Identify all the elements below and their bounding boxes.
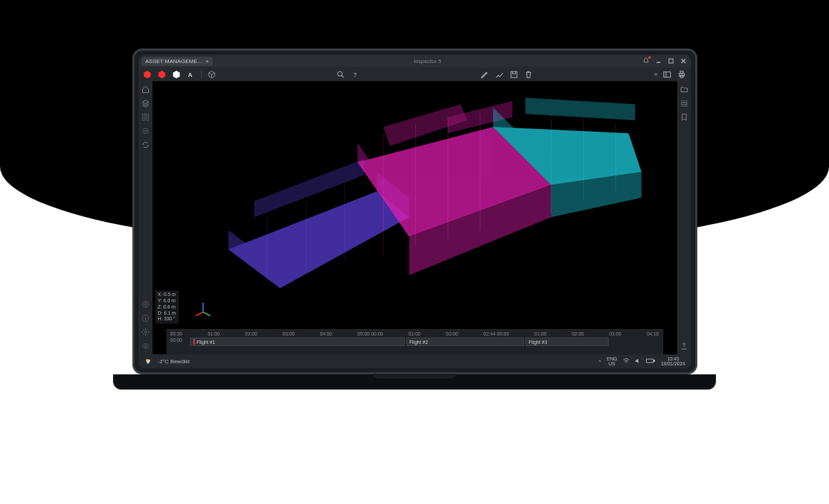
- time-tick: 00:30: [171, 331, 183, 336]
- folder-icon[interactable]: [680, 85, 688, 94]
- home-icon[interactable]: [141, 85, 150, 94]
- timeline-panel: 00:3001:0002:0003:0004:0005:00 00:0001:0…: [166, 329, 663, 354]
- svg-rect-6: [664, 71, 671, 77]
- svg-rect-51: [647, 359, 654, 363]
- svg-marker-33: [525, 98, 634, 121]
- svg-point-15: [143, 128, 148, 134]
- os-taskbar: -2°C Bewölkt ^ ENG US: [139, 354, 691, 368]
- left-rail: [139, 81, 152, 354]
- toolbar: A ? »: [139, 67, 691, 81]
- tab-label: ASSET MANAGEME…: [146, 58, 203, 64]
- chevron-right-icon[interactable]: »: [654, 71, 657, 78]
- grid-icon[interactable]: [141, 113, 150, 121]
- compass-icon[interactable]: [141, 300, 150, 309]
- box-outline-icon[interactable]: [207, 70, 216, 79]
- battery-icon[interactable]: [646, 357, 655, 366]
- weather-desc: Bewölkt: [171, 358, 190, 365]
- svg-rect-13: [142, 118, 145, 121]
- bell-icon[interactable]: [642, 57, 650, 65]
- cube-red-icon-1[interactable]: [143, 70, 152, 79]
- axis-gizmo-icon[interactable]: [194, 300, 212, 318]
- svg-rect-12: [146, 114, 149, 117]
- refresh-icon[interactable]: [141, 141, 150, 149]
- pencil-icon[interactable]: [480, 70, 489, 79]
- app-title: Inspector 5: [414, 58, 442, 64]
- export-icon[interactable]: [680, 342, 688, 350]
- coord-h: H: 330 °: [158, 316, 176, 322]
- volume-icon[interactable]: [634, 357, 642, 366]
- time-tick: 02:00: [572, 331, 584, 336]
- toolbar-divider: [201, 70, 202, 78]
- svg-point-20: [144, 345, 146, 347]
- flight-tracks: 00:00 Flight #1 Flight #2 Flight #3: [171, 338, 659, 346]
- clock[interactable]: 10:43 18/01/2024: [661, 356, 685, 366]
- flight-block-2[interactable]: Flight #2: [406, 338, 524, 346]
- flight-block-3[interactable]: Flight #3: [525, 338, 609, 346]
- weather-temp: -2°C: [158, 358, 169, 365]
- coord-d: D: 6.1 m: [158, 311, 176, 317]
- coord-y: Y: 6.0 m: [158, 298, 176, 304]
- coord-x: X: 0.5 m: [158, 292, 176, 298]
- minimize-button[interactable]: [654, 57, 663, 65]
- coord-z: Z: 0.6 m: [158, 304, 176, 311]
- titlebar: ASSET MANAGEME… × Inspector 5: [139, 55, 691, 67]
- svg-rect-52: [654, 360, 655, 361]
- view-icon[interactable]: [141, 342, 150, 350]
- cube-red-icon-2[interactable]: [157, 70, 166, 79]
- svg-rect-11: [142, 114, 145, 117]
- time-tick: 02:00: [446, 331, 458, 336]
- time-tick: 01:00: [208, 331, 220, 336]
- svg-line-46: [195, 312, 202, 315]
- laptop-screen: ASSET MANAGEME… × Inspector 5: [132, 49, 697, 374]
- svg-rect-10: [681, 75, 683, 77]
- svg-text:?: ?: [354, 71, 357, 78]
- maximize-button[interactable]: [667, 57, 675, 65]
- polyline-icon[interactable]: [495, 70, 504, 79]
- save-icon[interactable]: [509, 70, 518, 79]
- trash-icon[interactable]: [524, 70, 533, 79]
- search-icon[interactable]: [336, 70, 345, 79]
- flight-block-1[interactable]: Flight #1: [190, 338, 405, 346]
- svg-rect-49: [681, 105, 687, 107]
- print-icon[interactable]: [677, 70, 686, 79]
- time-tick: 03:00: [609, 331, 622, 336]
- chevron-up-icon[interactable]: ^: [599, 358, 602, 365]
- time-tick: 04:10: [647, 331, 659, 336]
- svg-point-3: [338, 71, 343, 76]
- timeline-origin: 00:00: [171, 338, 189, 346]
- panel-icon[interactable]: [663, 70, 672, 79]
- tab-close-icon[interactable]: ×: [205, 58, 209, 64]
- app-window: ASSET MANAGEME… × Inspector 5: [139, 55, 691, 368]
- time-tick: 02:00: [245, 331, 258, 336]
- time-tick: 01:00: [534, 331, 547, 336]
- svg-point-19: [144, 331, 146, 333]
- cube-white-icon[interactable]: [172, 70, 181, 79]
- pointcloud-model: [152, 81, 677, 354]
- svg-rect-47: [681, 101, 687, 103]
- layers-icon[interactable]: [141, 99, 150, 107]
- wifi-icon[interactable]: [622, 357, 630, 366]
- text-a-icon[interactable]: A: [186, 70, 195, 79]
- time-ruler: 00:3001:0002:0003:0004:0005:00 00:0001:0…: [171, 331, 659, 336]
- right-rail: [677, 81, 691, 354]
- settings-icon[interactable]: [141, 328, 150, 336]
- close-button[interactable]: [679, 57, 688, 65]
- info-icon[interactable]: [141, 314, 150, 322]
- document-tab[interactable]: ASSET MANAGEME… ×: [141, 57, 213, 66]
- language-indicator[interactable]: ENG US: [607, 356, 617, 366]
- bookmark-icon[interactable]: [680, 113, 688, 121]
- time-tick: 05:00 00:00: [358, 331, 383, 336]
- laptop-frame: ASSET MANAGEME… × Inspector 5: [113, 49, 716, 416]
- target-icon[interactable]: [141, 127, 150, 135]
- viewport-3d[interactable]: X: 0.5 m Y: 6.0 m Z: 0.6 m D: 6.1 m H: 3…: [152, 81, 677, 354]
- help-icon[interactable]: ?: [351, 70, 360, 79]
- time-tick: 01:00: [408, 331, 421, 336]
- stack-icon[interactable]: [680, 99, 688, 107]
- svg-rect-14: [146, 118, 149, 121]
- coordinate-readout: X: 0.5 m Y: 6.0 m Z: 0.6 m D: 6.1 m H: 3…: [155, 290, 179, 324]
- svg-line-45: [203, 312, 210, 315]
- laptop-base: [113, 374, 716, 390]
- workspace: X: 0.5 m Y: 6.0 m Z: 0.6 m D: 6.1 m H: 3…: [139, 81, 691, 354]
- svg-rect-9: [681, 71, 683, 73]
- time-tick: 04:00: [320, 331, 333, 336]
